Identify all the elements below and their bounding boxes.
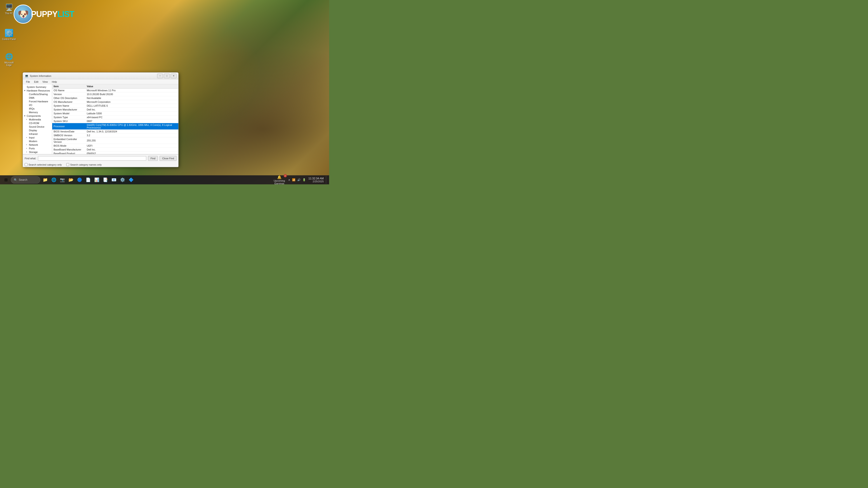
tray-sound-icon[interactable]: 🔊 bbox=[297, 178, 301, 182]
menu-edit[interactable]: Edit bbox=[32, 80, 40, 84]
tree-item-dma[interactable]: DMA bbox=[23, 96, 52, 100]
table-row[interactable]: BaseBoard Product05KRX2 bbox=[52, 152, 178, 154]
tree-item-label: Display bbox=[29, 129, 37, 132]
tree-item-modem[interactable]: Modem bbox=[23, 139, 52, 143]
start-button[interactable]: ⊞ bbox=[2, 176, 10, 184]
tree-item-sound-device[interactable]: Sound Device bbox=[23, 125, 52, 129]
tree-item-irqs[interactable]: IRQs bbox=[23, 107, 52, 110]
tray-battery-icon[interactable]: 🔋 bbox=[302, 178, 306, 182]
taskbar-app-edge[interactable]: 🌐 bbox=[50, 176, 58, 184]
table-row[interactable]: BIOS ModeUEFI bbox=[52, 144, 178, 148]
tree-item-label: Sound Device bbox=[29, 125, 44, 128]
menu-view[interactable]: View bbox=[41, 80, 50, 84]
desktop-icon-edge[interactable]: 🌐 Microsoft Edge bbox=[1, 52, 17, 67]
window-menubar: File Edit View Help bbox=[23, 79, 178, 84]
taskbar-app-files[interactable]: 📂 bbox=[67, 176, 75, 184]
tree-item-i-o[interactable]: I/O bbox=[23, 103, 52, 107]
clock-time: 11:32:34 AM bbox=[309, 177, 324, 180]
table-cell-item: BaseBoard Product bbox=[52, 152, 86, 154]
table-cell-item: System Manufacturer bbox=[52, 108, 86, 111]
table-row[interactable]: System NameDELL-LATITUDE-5 bbox=[52, 104, 178, 108]
table-cell-item: System Model bbox=[52, 111, 86, 116]
tree-item-printing[interactable]: Printing bbox=[23, 154, 52, 154]
notification-badge-count: 2 bbox=[284, 174, 287, 177]
table-row[interactable]: System ModelLatitude 5300 bbox=[52, 111, 178, 116]
tray-chevron-icon[interactable]: ∧ bbox=[288, 178, 291, 182]
taskbar-search[interactable]: 🔍 Search bbox=[11, 176, 40, 184]
table-cell-value: Microsoft Corporation bbox=[86, 100, 178, 104]
tree-item-cd-rom[interactable]: CD-ROM bbox=[23, 121, 52, 125]
desktop-icons-container: 🖥️ This PC ⚙️ Control Panel 🌐 Microsoft … bbox=[0, 0, 18, 70]
taskbar-app-excel[interactable]: 📊 bbox=[93, 176, 101, 184]
table-row[interactable]: ProcessorIntel(R) Core(TM) i5-8365U CPU … bbox=[52, 123, 178, 130]
taskbar-app-edge2[interactable]: 🔵 bbox=[75, 176, 84, 184]
tree-item-storage[interactable]: +Storage bbox=[23, 150, 52, 154]
taskbar: ⊞ 🔍 Search 📁🌐📷📂🔵📄📊📑📧⚙️🔷 2 🔔 Upcoming Ear… bbox=[0, 175, 329, 184]
desktop-icon-control-panel[interactable]: ⚙️ Control Panel bbox=[1, 28, 17, 41]
taskbar-app-settings[interactable]: ⚙️ bbox=[119, 176, 127, 184]
find-button[interactable]: Find bbox=[148, 156, 158, 161]
tree-item-components[interactable]: ▼Components bbox=[23, 114, 52, 118]
tree-item-label: System Summary bbox=[27, 86, 46, 88]
table-row[interactable]: SMBIOS Version3.2 bbox=[52, 133, 178, 137]
desktop-icon-this-pc[interactable]: 🖥️ This PC bbox=[1, 2, 17, 15]
table-row[interactable]: OS NameMicrosoft Windows 11 Pro bbox=[52, 89, 178, 92]
search-category-names-checkbox[interactable]: Search category names only bbox=[66, 163, 101, 166]
table-row[interactable]: Version10.0.26100 Build 26100 bbox=[52, 92, 178, 96]
tree-item-label: Forced Hardware bbox=[29, 100, 48, 103]
taskbar-app-app2[interactable]: 🔷 bbox=[127, 176, 135, 184]
table-row[interactable]: System SKU0887 bbox=[52, 119, 178, 123]
table-row[interactable]: BaseBoard ManufacturerDell Inc. bbox=[52, 148, 178, 152]
taskbar-app-word[interactable]: 📄 bbox=[84, 176, 92, 184]
tree-item-multimedia[interactable]: +Multimedia bbox=[23, 118, 52, 121]
tree-item-hardware-resources[interactable]: ▼Hardware Resources bbox=[23, 89, 52, 92]
table-row[interactable]: System Typex64-based PC bbox=[52, 116, 178, 119]
table-row[interactable]: OS ManufacturerMicrosoft Corporation bbox=[52, 100, 178, 104]
tree-expander-icon: + bbox=[26, 119, 28, 121]
upcoming-earnings-notification[interactable]: 2 🔔 Upcoming Earnings bbox=[272, 175, 286, 185]
taskbar-app-outlook[interactable]: 📧 bbox=[110, 176, 118, 184]
close-find-button[interactable]: Close Find bbox=[160, 156, 177, 161]
tree-item-forced-hardware[interactable]: Forced Hardware bbox=[23, 100, 52, 103]
search-selected-category-input[interactable] bbox=[25, 163, 28, 166]
close-button[interactable]: ✕ bbox=[170, 74, 177, 78]
earnings-label: Earnings bbox=[274, 182, 284, 185]
table-cell-item: System Name bbox=[52, 104, 86, 108]
tree-item-label: Network bbox=[29, 143, 38, 146]
taskbar-app-camera[interactable]: 📷 bbox=[58, 176, 66, 184]
show-desktop-button[interactable] bbox=[326, 176, 327, 184]
system-clock[interactable]: 11:32:34 AM 2/25/2025 bbox=[308, 176, 324, 183]
tree-item-label: Memory bbox=[29, 111, 38, 113]
taskbar-search-text: Search bbox=[19, 178, 27, 182]
search-category-names-input[interactable] bbox=[66, 163, 69, 166]
tree-item-infrared[interactable]: Infrared bbox=[23, 132, 52, 136]
tree-item-input[interactable]: +Input bbox=[23, 136, 52, 139]
tray-wifi-icon[interactable]: 📶 bbox=[291, 178, 296, 182]
this-pc-icon: 🖥️ bbox=[5, 3, 13, 11]
table-cell-item: Version bbox=[52, 92, 86, 96]
tree-item-network[interactable]: +Network bbox=[23, 143, 52, 147]
table-cell-value: Intel(R) Core(TM) i5-8365U CPU @ 1.60GHz… bbox=[86, 123, 178, 130]
table-row[interactable]: Other OS DescriptionNot Available bbox=[52, 96, 178, 100]
taskbar-app-file-explorer[interactable]: 📁 bbox=[41, 176, 49, 184]
taskbar-app-powerpoint[interactable]: 📑 bbox=[101, 176, 110, 184]
table-row[interactable]: System ManufacturerDell Inc. bbox=[52, 108, 178, 111]
tree-item-ports[interactable]: +Ports bbox=[23, 147, 52, 150]
window-controls: ─ □ ✕ bbox=[157, 74, 177, 78]
search-selected-category-checkbox[interactable]: Search selected category only bbox=[25, 163, 62, 166]
notification-bell-icon: 🔔 bbox=[277, 175, 282, 180]
tree-item-system-summary[interactable]: System Summary bbox=[23, 85, 52, 89]
upcoming-label: Upcoming bbox=[274, 180, 285, 182]
menu-file[interactable]: File bbox=[24, 80, 32, 84]
checkbox-bar: Search selected category only Search cat… bbox=[23, 162, 178, 167]
tree-item-label: Hardware Resources bbox=[27, 89, 50, 92]
tree-item-conflicts-sharing[interactable]: Conflicts/Sharing bbox=[23, 92, 52, 96]
minimize-button[interactable]: ─ bbox=[157, 74, 163, 78]
tree-item-memory[interactable]: Memory bbox=[23, 110, 52, 114]
table-row[interactable]: Embedded Controller Version255.255 bbox=[52, 137, 178, 144]
menu-help[interactable]: Help bbox=[50, 80, 59, 84]
find-input[interactable] bbox=[38, 156, 146, 161]
maximize-button[interactable]: □ bbox=[164, 74, 170, 78]
tree-item-display[interactable]: Display bbox=[23, 129, 52, 132]
table-row[interactable]: BIOS Version/DateDell Inc. 1.34.0, 12/18… bbox=[52, 130, 178, 133]
